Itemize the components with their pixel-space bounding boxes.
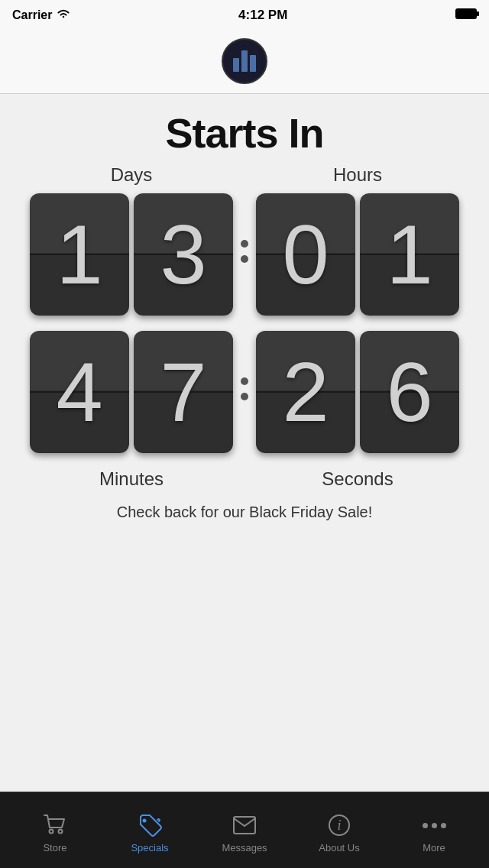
tab-more[interactable]: More [387, 807, 481, 853]
hours-label: Hours [244, 164, 471, 186]
seconds-label: Seconds [244, 468, 471, 490]
top-labels: Days Hours [18, 164, 471, 186]
battery-icon [455, 8, 477, 22]
seconds-group: 2 6 [256, 331, 459, 453]
status-bar: Carrier 4:12 PM [0, 0, 489, 31]
about-icon: i [327, 813, 351, 837]
svg-point-1 [59, 830, 63, 834]
carrier-label: Carrier [12, 8, 52, 22]
specials-icon [138, 813, 162, 837]
store-icon [43, 813, 67, 837]
minutes-label: Minutes [18, 468, 244, 490]
minutes-ones-value: 7 [160, 350, 206, 434]
seconds-tens: 2 [256, 331, 355, 453]
wifi-icon [57, 8, 70, 22]
days-ones: 3 [134, 193, 233, 316]
tab-messages[interactable]: Messages [197, 807, 292, 853]
tab-store[interactable]: Store [8, 807, 102, 853]
days-tens: 1 [30, 193, 129, 316]
seconds-ones: 6 [360, 331, 459, 453]
hours-tens-value: 0 [282, 212, 329, 296]
minutes-tens: 4 [30, 331, 129, 453]
status-left: Carrier [12, 8, 70, 22]
hours-group: 0 1 [256, 193, 459, 316]
hours-ones-value: 1 [386, 212, 432, 296]
more-icon [422, 813, 446, 837]
minutes-tens-value: 4 [56, 350, 102, 434]
status-time: 4:12 PM [238, 8, 287, 23]
seconds-tens-value: 2 [282, 350, 329, 434]
messages-icon [232, 813, 257, 837]
minutes-ones: 7 [134, 331, 233, 453]
tab-about-label: About Us [319, 842, 359, 853]
days-ones-value: 3 [160, 212, 206, 296]
sale-message: Check back for our Black Friday Sale! [102, 504, 388, 521]
hours-tens: 0 [256, 193, 355, 316]
main-content: Starts In Days Hours 1 3 0 [0, 94, 489, 521]
hours-ones: 1 [360, 193, 459, 316]
tab-about[interactable]: i About Us [292, 807, 387, 853]
tab-more-label: More [423, 842, 445, 853]
days-group: 1 3 [30, 193, 233, 316]
svg-point-0 [50, 830, 53, 834]
days-hours-row: 1 3 0 1 [18, 193, 471, 316]
days-tens-value: 1 [56, 212, 102, 296]
days-label: Days [18, 164, 244, 186]
countdown-section: Days Hours 1 3 0 1 [0, 164, 489, 500]
svg-point-2 [143, 819, 147, 823]
minutes-seconds-row: 4 7 2 6 [18, 331, 471, 453]
tab-specials[interactable]: Specials [102, 807, 197, 853]
tab-messages-label: Messages [222, 842, 267, 853]
seconds-ones-value: 6 [386, 350, 432, 434]
colon-2 [233, 377, 256, 400]
countdown-title: Starts In [165, 109, 323, 157]
tab-bar: Store Specials Messages i [0, 792, 489, 868]
minutes-group: 4 7 [30, 331, 233, 453]
svg-text:i: i [337, 818, 341, 833]
tab-specials-label: Specials [131, 842, 168, 853]
tab-store-label: Store [43, 842, 66, 853]
colon-1 [233, 240, 256, 263]
bottom-labels: Minutes Seconds [18, 468, 471, 490]
app-header [0, 31, 489, 94]
app-logo [222, 38, 267, 84]
status-right [455, 8, 477, 22]
